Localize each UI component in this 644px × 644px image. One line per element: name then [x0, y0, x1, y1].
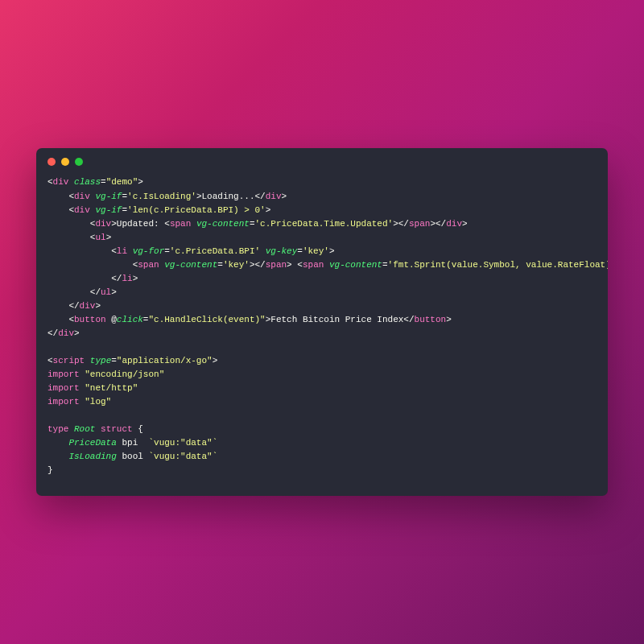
minimize-icon[interactable] — [61, 158, 69, 166]
maximize-icon[interactable] — [75, 158, 83, 166]
code-line: <div class="demo"> — [47, 175, 597, 189]
code-line: <script type="application/x-go"> — [47, 354, 597, 368]
editor-window: <div class="demo"> <div vg-if='c.IsLoadi… — [36, 148, 608, 495]
code-line: type Root struct { — [47, 423, 597, 436]
code-line: <ul> — [47, 231, 597, 245]
code-line: import "log" — [47, 395, 597, 409]
code-line: PriceData bpi `vugu:"data"` — [47, 436, 597, 450]
code-line: <span vg-content='key'></span> <span vg-… — [47, 258, 597, 272]
code-line: </div> — [47, 299, 597, 313]
code-line: <button @click="c.HandleClick(event)">Fe… — [47, 313, 597, 327]
code-line — [47, 409, 597, 423]
code-line: </ul> — [47, 286, 597, 299]
code-line — [47, 341, 597, 354]
titlebar — [36, 148, 608, 172]
code-line: </li> — [47, 272, 597, 286]
code-line: <div>Updated: <span vg-content='c.PriceD… — [47, 217, 597, 231]
code-line: } — [47, 464, 597, 477]
code-block: <div class="demo"> <div vg-if='c.IsLoadi… — [36, 172, 608, 484]
code-line: <li vg-for='c.PriceData.BPI' vg-key='key… — [47, 245, 597, 258]
code-line: <div vg-if='len(c.PriceData.BPI) > 0'> — [47, 204, 597, 217]
code-line: <div vg-if='c.IsLoading'>Loading...</div… — [47, 190, 597, 204]
code-line: import "encoding/json" — [47, 368, 597, 382]
code-line: import "net/http" — [47, 382, 597, 395]
close-icon[interactable] — [47, 158, 56, 166]
code-line: IsLoading bool `vugu:"data"` — [47, 450, 597, 464]
code-line: </div> — [47, 327, 597, 341]
